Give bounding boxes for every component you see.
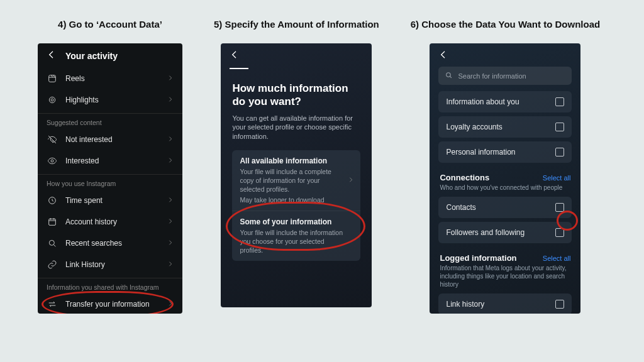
logged-sub: Information that Meta logs about your ac… (430, 264, 580, 293)
section-suggested: Suggested content (38, 113, 182, 129)
back-arrow-icon[interactable] (230, 50, 240, 62)
menu-item-link-history[interactable]: Link History (38, 254, 182, 275)
logged-title: Logged information (440, 253, 516, 263)
menu-item-account-history[interactable]: Account history (38, 211, 182, 233)
checkbox[interactable] (555, 300, 564, 309)
svg-point-3 (51, 160, 53, 162)
option-some-info[interactable]: Some of your information Your file will … (232, 211, 360, 261)
back-arrow-icon[interactable] (438, 50, 448, 62)
chevron-right-icon (167, 135, 174, 144)
search-icon (445, 71, 453, 80)
checkbox[interactable] (555, 97, 564, 106)
menu-item-transfer-info[interactable]: Transfer your information (38, 293, 182, 314)
link-icon (47, 259, 58, 270)
chevron-right-icon (167, 156, 174, 165)
chevron-right-icon (167, 260, 174, 269)
select-all-logged[interactable]: Select all (543, 255, 571, 262)
item-loyalty[interactable]: Loyalty accounts (438, 116, 572, 138)
svg-rect-5 (49, 219, 56, 225)
item-followers-following[interactable]: Followers and following (438, 222, 572, 243)
chevron-right-icon (348, 176, 354, 185)
chevron-right-icon (167, 300, 174, 309)
section-shared: Information you shared with Instagram (38, 278, 182, 293)
search-icon (47, 238, 58, 249)
connections-title: Connections (440, 173, 489, 182)
search-placeholder: Search for information (458, 72, 526, 80)
amount-subtitle: You can get all available information fo… (232, 114, 360, 142)
step-4-column: 4) Go to ‘Account Data’ Your activity Re… (38, 19, 182, 314)
svg-point-2 (51, 99, 53, 101)
section-usage: How you use Instagram (38, 174, 182, 190)
checkbox[interactable] (555, 148, 564, 156)
item-link-history[interactable]: Link history (438, 293, 572, 314)
select-all-connections[interactable]: Select all (543, 174, 571, 182)
eye-off-icon (47, 134, 58, 145)
step-6-column: 6) Choose the Data You Want to Download … (411, 19, 600, 314)
phone-screenshot-5: How much information do you want? You ca… (221, 43, 372, 307)
checkbox[interactable] (555, 203, 564, 212)
item-contacts[interactable]: Contacts (438, 197, 572, 218)
transfer-icon (47, 299, 58, 310)
step-5-title: 5) Specify the Amount of Information (214, 19, 379, 30)
search-input[interactable]: Search for information (438, 67, 572, 85)
item-info-about-you[interactable]: Information about you (438, 91, 572, 112)
step-6-title: 6) Choose the Data You Want to Download (411, 19, 600, 30)
reels-icon (47, 73, 58, 84)
eye-icon (47, 155, 58, 167)
clock-icon (47, 195, 58, 206)
menu-item-time-spent[interactable]: Time spent (38, 190, 182, 211)
step-4-title: 4) Go to ‘Account Data’ (58, 19, 162, 30)
svg-point-7 (447, 73, 451, 77)
menu-item-not-interested[interactable]: Not interested (38, 129, 182, 150)
highlights-icon (47, 94, 58, 106)
chevron-right-icon (167, 239, 174, 248)
progress-indicator (230, 68, 248, 69)
step-5-column: 5) Specify the Amount of Information How… (214, 19, 379, 307)
options-card: All available information Your file will… (232, 150, 360, 261)
option-all-info[interactable]: All available information Your file will… (232, 150, 360, 211)
connections-sub: Who and how you've connected with people (430, 184, 580, 197)
svg-point-6 (49, 240, 54, 245)
your-activity-header: Your activity (65, 51, 118, 61)
chevron-right-icon (167, 96, 174, 104)
menu-item-interested[interactable]: Interested (38, 150, 182, 172)
svg-point-1 (49, 97, 55, 102)
calendar-icon (47, 216, 58, 228)
chevron-right-icon (167, 74, 174, 83)
menu-item-reels[interactable]: Reels (38, 68, 182, 89)
checkbox[interactable] (555, 228, 564, 237)
back-arrow-icon[interactable] (47, 50, 57, 62)
item-personal-info[interactable]: Personal information (438, 141, 572, 163)
phone-screenshot-4: Your activity Reels Highlights Suggested… (38, 43, 182, 314)
amount-title: How much information do you want? (232, 82, 360, 109)
menu-item-highlights[interactable]: Highlights (38, 89, 182, 111)
chevron-right-icon (167, 196, 174, 205)
phone-screenshot-6: Search for information Information about… (430, 43, 580, 314)
menu-item-recent-searches[interactable]: Recent searches (38, 233, 182, 254)
checkbox[interactable] (555, 123, 564, 131)
chevron-right-icon (167, 217, 174, 226)
